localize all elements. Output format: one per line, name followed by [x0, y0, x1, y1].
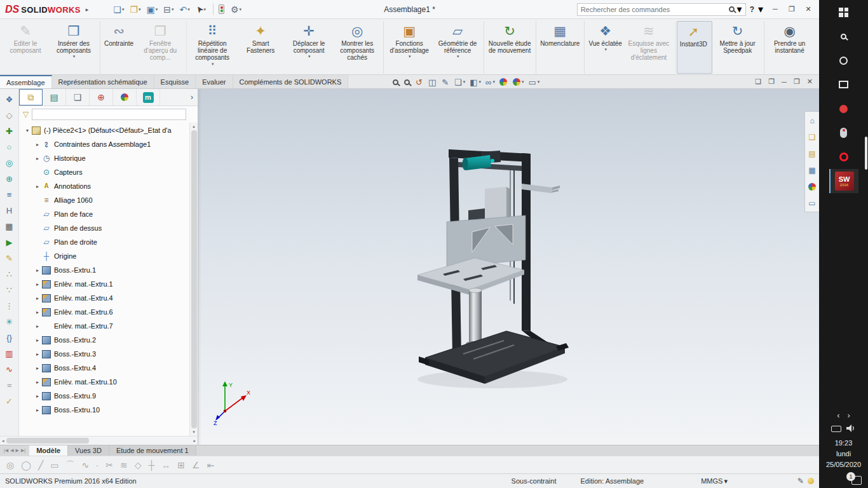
- app-restore-button[interactable]: ❐: [783, 5, 800, 13]
- options-button[interactable]: ⚙ ▾: [229, 4, 243, 15]
- view-orientation-button[interactable]: ❑ ▾: [454, 78, 465, 86]
- custom-properties-tab[interactable]: ▭: [806, 197, 818, 209]
- sketch-centerline-button[interactable]: ┼: [148, 461, 154, 470]
- units-selector[interactable]: MMGS ▾: [701, 477, 728, 485]
- scroll-down-icon[interactable]: ▾: [193, 430, 195, 435]
- featuremanager-tab[interactable]: ⧉: [19, 89, 43, 105]
- mate-button[interactable]: ∾ Contrainte: [102, 21, 136, 74]
- scroll-right-icon[interactable]: ▸: [193, 438, 196, 444]
- sketch-polygon-button[interactable]: ◇: [135, 461, 142, 470]
- expand-arrow-icon[interactable]: ▸: [34, 309, 41, 315]
- sketch-circle-button[interactable]: ◎: [6, 461, 14, 470]
- edit-appearance-button[interactable]: [499, 78, 508, 86]
- zoom-to-area-button[interactable]: [404, 79, 411, 85]
- solidworks-taskbar-button[interactable]: SW 2016: [829, 169, 858, 193]
- search-dropdown-icon[interactable]: ▾: [737, 3, 742, 15]
- tree-item-plan-de-dessus[interactable]: ▱ Plan de dessus: [19, 221, 198, 235]
- app-minimize-button[interactable]: ─: [767, 5, 783, 13]
- expand-arrow-icon[interactable]: ▾: [24, 128, 31, 133]
- left-toolbar-button-19[interactable]: ≈: [3, 378, 17, 392]
- expand-arrow-icon[interactable]: ▸: [34, 407, 41, 413]
- record-app-button[interactable]: [829, 97, 858, 121]
- expand-arrow-icon[interactable]: ▸: [34, 337, 41, 343]
- start-button[interactable]: [829, 0, 858, 24]
- left-toolbar-button-14[interactable]: ⋮: [3, 299, 17, 313]
- left-toolbar-button-6[interactable]: ⊕: [3, 172, 17, 186]
- file-explorer-tab[interactable]: ▤: [806, 147, 818, 159]
- left-toolbar-button-20[interactable]: ✓: [3, 394, 17, 408]
- configurationmanager-tab[interactable]: ❏: [66, 89, 90, 105]
- expand-arrow-icon[interactable]: ▸: [34, 295, 41, 301]
- previous-view-button[interactable]: ↺: [416, 78, 424, 86]
- view-palette-tab[interactable]: ▦: [806, 164, 818, 176]
- tray-scroll-left-icon[interactable]: ‹: [837, 410, 839, 420]
- app-close-button[interactable]: ✕: [800, 5, 817, 13]
- command-search[interactable]: ▾: [577, 3, 746, 16]
- tab-scroll-first-button[interactable]: |◀: [4, 448, 8, 453]
- sketch-line-button[interactable]: ╱: [38, 461, 43, 470]
- left-toolbar-button-17[interactable]: ▥: [3, 346, 17, 360]
- dynamic-annotation-views-button[interactable]: ✎: [442, 78, 450, 86]
- scroll-left-icon[interactable]: ◂: [2, 438, 4, 444]
- command-search-input[interactable]: [581, 6, 726, 13]
- open-document-button[interactable]: ❐ ▾: [128, 4, 142, 15]
- tree-item-contraintes[interactable]: ▸ ∾ Contraintes dans Assemblage1: [19, 137, 198, 151]
- left-toolbar-button-7[interactable]: ≡: [3, 187, 17, 201]
- search-icon[interactable]: [729, 6, 735, 12]
- apply-scene-button[interactable]: ▾: [513, 78, 524, 86]
- help-dropdown-icon[interactable]: ▾: [758, 3, 763, 15]
- edit-component-button[interactable]: ✎ Editer le composant: [1, 21, 50, 74]
- left-toolbar-button-3[interactable]: ✚: [3, 124, 17, 138]
- opera-button[interactable]: [829, 145, 858, 169]
- view-settings-button[interactable]: ▭ ▾: [528, 78, 539, 86]
- scrollbar-thumb[interactable]: [6, 438, 89, 444]
- scroll-up-icon[interactable]: ▴: [193, 124, 195, 129]
- expand-arrow-icon[interactable]: ▸: [34, 142, 41, 147]
- undo-button[interactable]: ↶ ▾: [178, 4, 192, 15]
- panel-tabs-overflow-icon[interactable]: ›: [186, 93, 198, 102]
- explode-line-sketch-button[interactable]: ≋ Esquisse avec lignes d'éclatement: [625, 21, 675, 74]
- tab-esquisse[interactable]: Esquisse: [154, 75, 196, 88]
- task-view-button[interactable]: [829, 72, 858, 97]
- tab-assemblage[interactable]: Assemblage: [0, 75, 52, 88]
- panel-horizontal-scrollbar[interactable]: ◂ ▸: [0, 436, 198, 445]
- instant3d-button[interactable]: ➚ Instant3D: [677, 21, 712, 74]
- smart-fasteners-button[interactable]: ✦ Smart Fasteners: [236, 21, 285, 74]
- section-view-button[interactable]: ◫: [428, 78, 437, 86]
- expand-arrow-icon[interactable]: ▸: [34, 268, 41, 273]
- left-toolbar-button-1[interactable]: ❖: [3, 92, 17, 106]
- tree-item-boss-extru-10[interactable]: ▸ Boss.-Extru.10: [19, 403, 198, 417]
- sketch-pattern-button[interactable]: ⊞: [177, 461, 185, 470]
- hide-show-items-button[interactable]: ∞ ▾: [485, 78, 495, 86]
- component-preview-window-button[interactable]: ❐ Fenêtre d'aperçu du comp...: [136, 21, 187, 74]
- displaymanager-tab[interactable]: [113, 89, 137, 105]
- tree-item-origine[interactable]: ┼ Origine: [19, 249, 198, 263]
- linear-component-pattern-button[interactable]: ⠿ Répétition linéaire de composants ▾: [188, 21, 236, 74]
- expand-arrow-icon[interactable]: ▸: [34, 393, 41, 399]
- tab-scroll-last-button[interactable]: ▶|: [21, 448, 25, 453]
- zoom-to-fit-button[interactable]: [393, 79, 400, 85]
- reference-geometry-button[interactable]: ▱ Géométrie de référence ▾: [433, 21, 484, 74]
- tray-scroll-right-icon[interactable]: ›: [848, 410, 850, 420]
- display-style-button[interactable]: ◧ ▾: [470, 78, 481, 86]
- menu-flyout-arrow-icon[interactable]: ▸: [86, 6, 89, 13]
- doc-minimize-button[interactable]: ─: [782, 78, 787, 86]
- tab-scroll-prev-button[interactable]: ◀: [10, 448, 13, 453]
- print-button[interactable]: ⊟ ▾: [161, 4, 175, 15]
- sketch-offset-button[interactable]: ≋: [120, 461, 128, 470]
- left-toolbar-button-13[interactable]: ∵: [3, 283, 17, 297]
- tree-item-alliage-1060[interactable]: ≡ Alliage 1060: [19, 193, 198, 207]
- tree-item-capteurs[interactable]: ⊙ Capteurs: [19, 165, 198, 179]
- sketch-convert-button[interactable]: ⇤: [207, 461, 215, 470]
- tree-item-annotations[interactable]: ▸ A Annotations: [19, 179, 198, 193]
- left-toolbar-button-9[interactable]: ▦: [3, 219, 17, 233]
- left-toolbar-button-11[interactable]: ✎: [3, 251, 17, 265]
- doc-restore-button[interactable]: ❐: [794, 78, 800, 86]
- left-toolbar-button-10[interactable]: ▶: [3, 235, 17, 249]
- tree-item-enlev-mat-extru-7[interactable]: ▸ Enlèv. mat.-Extru.7: [19, 319, 198, 333]
- left-toolbar-button-12[interactable]: ∴: [3, 267, 17, 281]
- tree-item-plan-de-droite[interactable]: ▱ Plan de droite: [19, 235, 198, 249]
- help-button[interactable]: ?: [750, 5, 754, 14]
- tree-item-boss-extru-3[interactable]: ▸ Boss.-Extru.3: [19, 347, 198, 361]
- design-library-tab[interactable]: ❏: [806, 131, 818, 143]
